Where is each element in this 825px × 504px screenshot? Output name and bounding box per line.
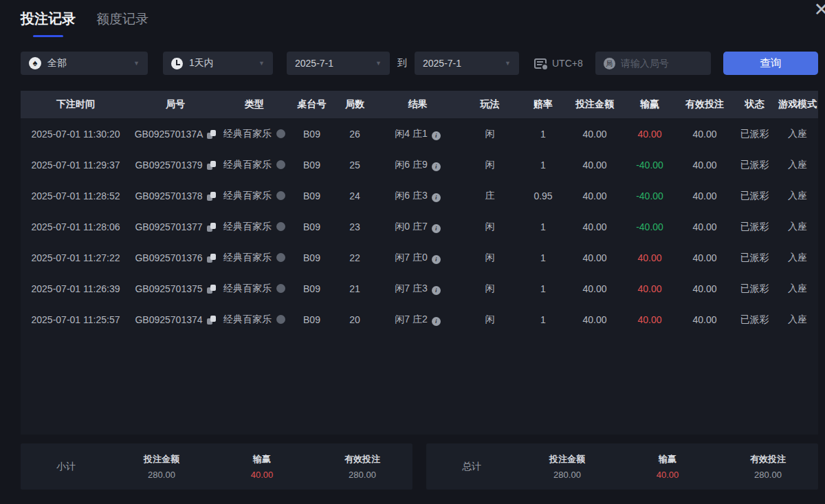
valid-bet-cell: 40.00 [677,242,732,273]
valid-bet-cell: 40.00 [677,180,732,211]
win-loss-value: 40.00 [637,314,661,325]
subtotal-win-label: 输赢 [212,453,312,465]
odds-cell: 1 [519,118,567,149]
copy-icon[interactable] [207,254,216,263]
game-mode-cell: 入座 [777,273,818,304]
copy-icon[interactable] [207,223,216,232]
close-icon[interactable]: ✕ [813,0,825,21]
game-type-value: 经典百家乐 [223,283,272,294]
filter-bar: ♠ 全部 ▼ 1天内 ▼ 2025-7-1 ▼ 到 2025-7-1 ▼ UTC… [21,52,818,75]
total-bet: 投注金额 280.00 [517,453,617,480]
status-cell: 已派彩 [732,180,777,211]
win-loss-cell: 40.00 [622,273,677,304]
chevron-down-icon: ▼ [375,60,382,67]
round-id-cell: GB0925701377 [131,211,220,242]
win-loss-cell: 40.00 [622,118,677,149]
valid-bet-cell: 40.00 [677,273,732,304]
game-type-cell: 经典百家乐 [220,211,289,242]
table-no-cell: B09 [289,242,335,273]
table-row: 2025-07-01 11:25:57 GB0925701374 经典百家乐 B… [21,304,818,335]
info-icon[interactable]: i [432,255,441,264]
bet-time-cell: 2025-07-01 11:26:39 [21,273,131,304]
win-loss-cell: 40.00 [622,242,677,273]
subtotal-bet-value: 280.00 [111,470,212,480]
game-type-value: 全部 [47,57,67,69]
copy-icon[interactable] [207,161,216,170]
win-loss-cell: -40.00 [622,149,677,180]
bet-amount-cell: 40.00 [567,304,622,335]
clock-icon [171,58,183,69]
tab-quota-records[interactable]: 额度记录 [96,10,148,37]
tab-betting-records[interactable]: 投注记录 [21,10,76,37]
round-id-value: GB0925701378 [135,190,202,201]
round-id-value: GB0925701375 [135,283,202,294]
round-count-cell: 24 [335,180,375,211]
round-search-input[interactable] [621,58,703,69]
result-cell: 闲7 庄3i [375,273,461,304]
bet-time-cell: 2025-07-01 11:29:37 [21,149,131,180]
chevron-down-icon: ▼ [505,60,511,67]
win-loss-value: -40.00 [636,190,663,201]
play-type-cell: 闲 [461,242,519,273]
play-type-cell: 闲 [461,149,519,180]
col-bet-time: 下注时间 [21,91,131,118]
col-win-loss: 输赢 [622,91,677,118]
total-bet-label: 投注金额 [517,453,617,465]
info-icon[interactable]: i [432,224,441,233]
status-cell: 已派彩 [732,273,777,304]
summary-bar: 小计 投注金额 280.00 输赢 40.00 有效投注 280.00 总计 投… [21,443,818,490]
total-win-label: 输赢 [617,453,718,465]
col-odds: 赔率 [519,91,567,118]
play-type-cell: 闲 [461,304,519,335]
round-search-field[interactable]: 局 [595,52,711,75]
round-count-cell: 21 [335,273,375,304]
timezone-indicator: UTC+8 [534,58,583,69]
copy-icon[interactable] [207,130,216,139]
game-type-value: 经典百家乐 [223,190,272,201]
time-range-select[interactable]: 1天内 ▼ [163,52,273,75]
game-mode-cell: 入座 [777,211,818,242]
total-win-value: 40.00 [617,470,718,480]
query-button[interactable]: 查询 [723,52,818,75]
total-valid: 有效投注 280.00 [718,453,818,480]
copy-icon[interactable] [207,285,216,294]
game-mode-cell: 入座 [777,180,818,211]
game-dot-icon [276,222,285,231]
info-icon[interactable]: i [432,162,441,171]
odds-cell: 1 [519,149,567,180]
result-value: 闲6 庄3 [395,190,427,201]
play-type-cell: 庄 [461,180,519,211]
status-cell: 已派彩 [732,242,777,273]
info-icon[interactable]: i [432,317,441,326]
copy-icon[interactable] [207,316,216,325]
table-row: 2025-07-01 11:27:22 GB0925701376 经典百家乐 B… [21,242,818,273]
date-to-select[interactable]: 2025-7-1 ▼ [415,52,519,75]
subtotal-valid-label: 有效投注 [312,453,412,465]
info-icon[interactable]: i [432,286,441,295]
table-no-cell: B09 [289,118,335,149]
date-from-select[interactable]: 2025-7-1 ▼ [287,52,390,75]
copy-icon[interactable] [207,192,216,201]
valid-bet-cell: 40.00 [677,211,732,242]
result-cell: 闲7 庄0i [375,242,461,273]
record-tabs: 投注记录 额度记录 [21,10,148,37]
result-value: 闲7 庄2 [395,314,427,325]
round-id-value: GB0925701377 [135,221,202,232]
info-icon[interactable]: i [432,193,441,202]
subtotal-bet: 投注金额 280.00 [111,453,212,480]
win-loss-value: -40.00 [636,221,663,232]
info-icon[interactable]: i [432,131,441,140]
col-game-mode: 游戏模式 [777,91,818,118]
subtotal-valid-value: 280.00 [312,470,412,480]
result-value: 闲4 庄1 [395,128,427,139]
game-type-cell: 经典百家乐 [220,242,289,273]
game-type-cell: 经典百家乐 [220,304,289,335]
date-to-label: 到 [397,57,407,69]
col-bet-amount: 投注金额 [567,91,622,118]
bet-amount-cell: 40.00 [567,180,622,211]
game-type-select[interactable]: ♠ 全部 ▼ [21,52,148,75]
table-no-cell: B09 [289,149,335,180]
bet-amount-cell: 40.00 [567,211,622,242]
result-value: 闲0 庄7 [395,221,427,232]
table-no-cell: B09 [289,180,335,211]
